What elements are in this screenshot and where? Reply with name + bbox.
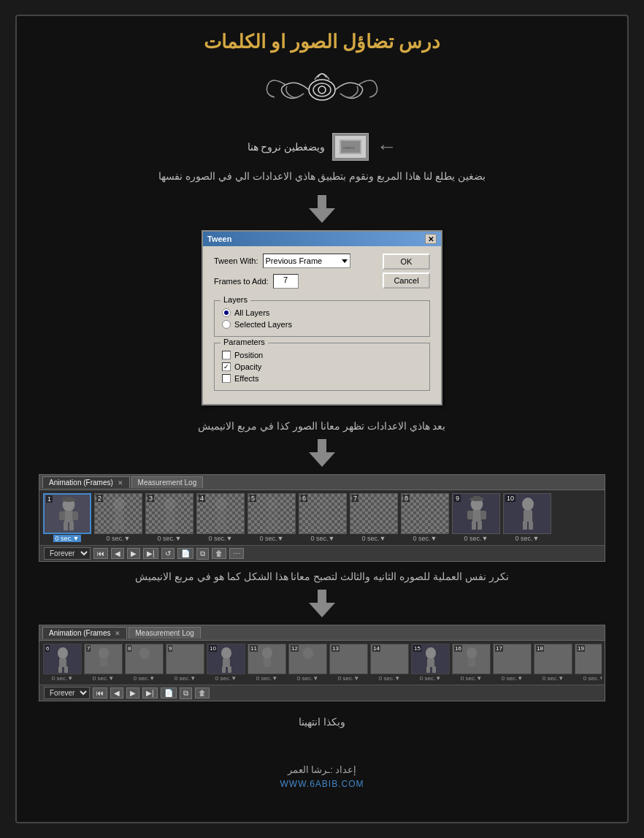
frame-7-time: 0 sec.▼	[362, 535, 386, 542]
tab-animation-frames[interactable]: Animation (Frames) ✕	[42, 476, 130, 488]
svg-rect-22	[171, 521, 175, 530]
sf-6-time: 0 sec.▼	[52, 675, 73, 682]
svg-rect-55	[100, 658, 107, 667]
tab-close-icon[interactable]: ✕	[118, 479, 123, 487]
rewind-button[interactable]: ⏮	[93, 548, 108, 559]
tab-close-icon-2[interactable]: ✕	[115, 630, 120, 637]
tab-measurement-log[interactable]: Measurement Log	[131, 476, 204, 488]
frame-item-5[interactable]: 5 0 sec.▼	[247, 493, 296, 542]
new-frame-button[interactable]: 📄	[177, 548, 193, 559]
footer-ending-text: وبكذا انتهينا	[39, 716, 605, 728]
loop-button[interactable]: ↺	[161, 548, 175, 559]
svg-rect-71	[468, 658, 475, 667]
dialog-close-button[interactable]: ✕	[425, 234, 437, 244]
frames-to-add-input[interactable]: 7	[273, 274, 299, 289]
small-frame-6[interactable]: 6 0 sec.▼	[42, 644, 83, 682]
play-btn-2[interactable]: ▶	[126, 687, 139, 698]
svg-rect-53	[64, 666, 68, 673]
tween-with-row: Tween With: Previous Frame	[214, 254, 375, 268]
svg-rect-37	[472, 510, 481, 522]
frame-item-1[interactable]: 1	[42, 493, 92, 542]
small-thumb-14: 14	[370, 644, 409, 674]
svg-rect-24	[217, 510, 226, 522]
small-frame-14[interactable]: 14 0 sec.▼	[369, 644, 410, 682]
effects-checkbox[interactable]: Effects	[222, 374, 422, 383]
tween-button[interactable]: ⋯	[229, 548, 244, 559]
svg-rect-59	[223, 658, 230, 667]
small-frame-18[interactable]: 18 0 sec.▼	[533, 644, 573, 682]
svg-rect-43	[473, 496, 480, 500]
small-thumb-16: 16	[452, 644, 491, 674]
footer-credit: إعداد :ـرشا العمر	[39, 764, 605, 775]
new-btn-2[interactable]: 📄	[161, 687, 177, 698]
forward-frame-button[interactable]: ▶|	[143, 548, 158, 559]
svg-rect-68	[426, 666, 430, 673]
ok-button[interactable]: OK	[383, 254, 430, 270]
frame-item-7[interactable]: 7 0 sec.▼	[349, 493, 399, 542]
frame-thumb-3: 3	[145, 493, 193, 534]
frame-thumb-5: 5	[248, 493, 296, 534]
frame-item-8[interactable]: 8 0 sec.▼	[400, 493, 450, 542]
small-frame-19[interactable]: 19 0 sec.▼	[574, 644, 602, 682]
copy-btn-2[interactable]: ⧉	[180, 687, 192, 699]
frame-item-3[interactable]: 3 0 sec.▼	[145, 493, 194, 542]
svg-point-64	[303, 647, 313, 659]
animation-panel-2[interactable]: Animation (Frames ✕ Measurement Log 6	[39, 625, 605, 701]
animation-panel-1[interactable]: Animation (Frames) ✕ Measurement Log 1	[39, 474, 605, 562]
selected-layers-radio[interactable]: Selected Layers	[222, 320, 422, 329]
cancel-button[interactable]: Cancel	[383, 273, 430, 289]
frame-10-time: 0 sec.▼	[515, 535, 540, 542]
frame-thumb-2: 2	[94, 493, 142, 534]
rewind-btn-2[interactable]: ⏮	[93, 687, 107, 698]
down-arrow-2	[39, 439, 605, 467]
back-frame-button[interactable]: ◀	[111, 548, 124, 559]
frame-item-9[interactable]: 9	[451, 493, 501, 542]
tab-animation-frames-2[interactable]: Animation (Frames ✕	[42, 627, 127, 639]
frame-item-6[interactable]: 6 0 sec.▼	[298, 493, 348, 542]
svg-rect-40	[472, 521, 476, 530]
loop-select-2[interactable]: Forever Once	[44, 687, 90, 699]
frame-item-10[interactable]: 10 0 sec.▼	[502, 493, 552, 542]
down-arrow-1	[39, 195, 605, 223]
position-checkbox[interactable]: Position	[222, 351, 422, 359]
copy-frame-button[interactable]: ⧉	[196, 548, 209, 560]
small-frame-11[interactable]: 11 0 sec.▼	[247, 644, 287, 682]
frame-item-4[interactable]: 4 0 sec.▼	[196, 493, 245, 542]
frame-thumb-7: 7	[350, 493, 398, 534]
back-btn-2[interactable]: ◀	[110, 687, 123, 698]
frame-thumb-10: 10	[503, 493, 551, 534]
decorative-logo	[256, 64, 388, 115]
small-frame-13[interactable]: 13 0 sec.▼	[329, 644, 369, 682]
play-button[interactable]: ▶	[127, 548, 140, 559]
small-frame-8[interactable]: 8 0 sec.▼	[124, 644, 164, 682]
svg-rect-14	[65, 497, 72, 501]
small-frame-7[interactable]: 7 0 sec.▼	[83, 644, 123, 682]
delete-frame-button[interactable]: 🗑	[212, 548, 226, 559]
loop-select[interactable]: Forever Once 3 Times	[44, 547, 91, 560]
selected-layers-radio-circle	[222, 320, 231, 329]
svg-point-70	[467, 647, 477, 659]
small-frame-9[interactable]: 9 0 sec.▼	[165, 644, 205, 682]
svg-point-15	[113, 498, 125, 511]
frame-item-2[interactable]: 2 0 sec.▼	[93, 493, 143, 542]
small-frame-15[interactable]: 15 0 sec.▼	[410, 644, 451, 682]
delete-btn-2[interactable]: 🗑	[195, 687, 210, 698]
down-arrow-3	[39, 590, 605, 617]
opacity-checkbox[interactable]: ✓ Opacity	[222, 362, 422, 371]
tween-dialog-wrapper: Tween ✕ Tween With: Previous Frame	[39, 230, 605, 405]
svg-rect-51	[59, 658, 66, 667]
small-frame-12[interactable]: 12 0 sec.▼	[288, 644, 328, 682]
all-layers-radio[interactable]: All Layers	[222, 308, 422, 317]
tween-dialog[interactable]: Tween ✕ Tween With: Previous Frame	[202, 230, 442, 405]
frame-3-time: 0 sec.▼	[158, 535, 182, 542]
small-frame-10[interactable]: 10 0 sec.▼	[206, 644, 246, 682]
forward-btn-2[interactable]: ▶|	[142, 687, 158, 698]
small-frame-17[interactable]: 17 0 sec.▼	[492, 644, 532, 682]
arrow-label: ويضغطين نروح هنا	[248, 141, 326, 153]
small-thumb-11: 11	[248, 644, 286, 674]
position-label: Position	[234, 351, 263, 359]
frames-area-1: 1	[39, 490, 605, 545]
tween-with-select[interactable]: Previous Frame	[263, 254, 350, 268]
tab-measurement-log-2[interactable]: Measurement Log	[129, 627, 201, 639]
small-frame-16[interactable]: 16 0 sec.▼	[451, 644, 491, 682]
